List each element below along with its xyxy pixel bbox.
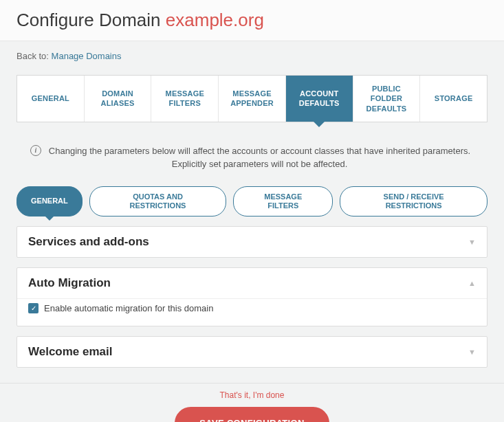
done-text[interactable]: That's it, I'm done [0, 390, 504, 400]
panel-auto-migration: Auto Migration ▲ ✓ Enable automatic migr… [17, 267, 487, 326]
breadcrumb-link[interactable]: Manage Domains [52, 51, 122, 61]
auto-migration-checkbox[interactable]: ✓ [28, 303, 39, 313]
info-message: i Changing the parameters below will aff… [17, 144, 487, 171]
page-header: Configure Domain example.org [0, 0, 504, 41]
info-icon: i [30, 145, 41, 156]
sub-tabbar: GENERAL QUOTAS AND RESTRICTIONS MESSAGE … [17, 186, 487, 216]
panel-welcome-email: Welcome email ▼ [17, 336, 487, 368]
domain-name: example.org [166, 10, 264, 30]
subtab-quotas[interactable]: QUOTAS AND RESTRICTIONS [89, 186, 226, 216]
tab-account-defaults[interactable]: ACCOUNT DEFAULTS [286, 76, 353, 122]
panel-services-header[interactable]: Services and add-ons ▼ [17, 227, 487, 257]
chevron-down-icon: ▼ [468, 238, 476, 246]
tab-public-folder-defaults[interactable]: PUBLIC FOLDER DEFAULTS [353, 76, 421, 122]
panel-auto-migration-title: Auto Migration [28, 276, 111, 290]
auto-migration-checkbox-row: ✓ Enable automatic migration for this do… [28, 303, 476, 313]
save-configuration-button[interactable]: SAVE CONFIGURATION [175, 407, 329, 422]
panel-auto-migration-body: ✓ Enable automatic migration for this do… [17, 298, 487, 326]
panel-welcome-email-title: Welcome email [28, 345, 113, 359]
panel-welcome-email-header[interactable]: Welcome email ▼ [17, 337, 487, 367]
content-area: Back to: Manage Domains GENERAL DOMAIN A… [0, 41, 504, 368]
subtab-send-receive[interactable]: SEND / RECEIVE RESTRICTIONS [340, 186, 487, 216]
chevron-up-icon: ▲ [468, 279, 476, 287]
subtab-general[interactable]: GENERAL [17, 186, 83, 216]
chevron-down-icon: ▼ [468, 348, 476, 356]
tab-general[interactable]: GENERAL [17, 76, 85, 122]
info-text: Changing the parameters below will affec… [45, 144, 474, 171]
tab-domain-aliases[interactable]: DOMAIN ALIASES [85, 76, 152, 122]
auto-migration-checkbox-label: Enable automatic migration for this doma… [44, 303, 213, 313]
footer: That's it, I'm done SAVE CONFIGURATION [0, 383, 504, 422]
panel-services: Services and add-ons ▼ [17, 226, 487, 258]
main-tabbar: GENERAL DOMAIN ALIASES MESSAGE FILTERS M… [17, 75, 487, 122]
tab-storage[interactable]: STORAGE [420, 76, 487, 122]
breadcrumb: Back to: Manage Domains [17, 49, 487, 61]
title-prefix: Configure Domain [17, 10, 161, 30]
subtab-message-filters[interactable]: MESSAGE FILTERS [233, 186, 333, 216]
page-title: Configure Domain example.org [17, 10, 487, 31]
tab-message-filters[interactable]: MESSAGE FILTERS [151, 76, 219, 122]
panel-auto-migration-header[interactable]: Auto Migration ▲ [17, 268, 487, 298]
tab-message-appender[interactable]: MESSAGE APPENDER [219, 76, 286, 122]
breadcrumb-back-label: Back to: [17, 51, 49, 61]
panel-services-title: Services and add-ons [28, 235, 149, 249]
